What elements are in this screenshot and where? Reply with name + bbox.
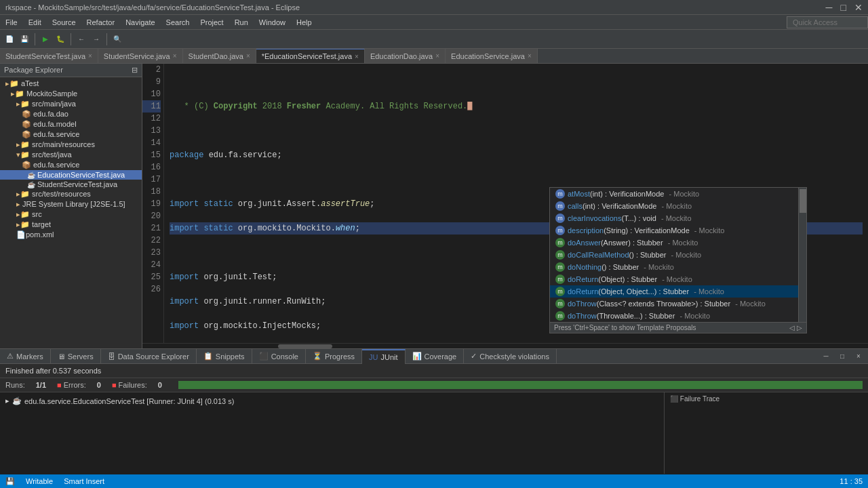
tab-label: StudentService.java <box>104 52 170 60</box>
menu-item-file[interactable]: File <box>0 17 23 28</box>
debug-button[interactable]: 🐛 <box>54 33 67 46</box>
btab-console[interactable]: ⬛ Console <box>252 349 306 364</box>
menu-item-source[interactable]: Source <box>47 17 81 28</box>
editor[interactable]: 2 9 10 11 12 13 14 15 16 17 18 19 20 21 … <box>142 64 868 348</box>
tree-item-src[interactable]: ▸📁src <box>0 209 142 220</box>
ac-item-clearinvocations[interactable]: m clearInvocations(T...) : void - Mockit… <box>550 212 806 224</box>
junit-stats: Runs: 1/1 ■ Errors: 0 ■ Failures: 0 <box>0 378 868 392</box>
ac-label: description(String) : VerificationMode -… <box>568 226 724 235</box>
panel-controls: ─ □ × <box>816 350 868 363</box>
code-container[interactable]: 2 9 10 11 12 13 14 15 16 17 18 19 20 21 … <box>142 64 868 343</box>
ac-item-calls[interactable]: m calls(int) : VerificationMode - Mockit… <box>550 200 806 212</box>
tree-item-src-main-resources[interactable]: ▸📁src/main/resources <box>0 140 142 150</box>
new-button[interactable]: 📄 <box>3 33 16 46</box>
junit-header: Finished after 0.537 seconds <box>0 364 868 378</box>
menu-item-help[interactable]: Help <box>291 17 317 28</box>
btab-checkstyle[interactable]: ✓ Checkstyle violations <box>464 349 557 364</box>
status-right: 11 : 35 <box>840 477 863 485</box>
btab-label: Markers <box>16 352 43 361</box>
close-icon[interactable]: × <box>435 52 439 60</box>
status-file-icon: 💾 <box>5 477 15 486</box>
close-icon[interactable]: × <box>246 52 250 60</box>
menu-item-run[interactable]: Run <box>229 17 254 28</box>
failure-trace-panel: ⬛ Failure Trace <box>665 392 868 474</box>
errors-label: ■ Errors: <box>57 381 86 389</box>
ac-item-doanswer[interactable]: m doAnswer(Answer) : Stubber - Mockito <box>550 237 806 249</box>
tab-student-service[interactable]: StudentService.java × <box>98 49 183 63</box>
content-area: Package Explorer ⊟ ▸📁aTest ▸📁MockitoSamp… <box>0 64 868 348</box>
tree-item-edu-fa-service-test[interactable]: 📦edu.fa.service <box>0 160 142 170</box>
tab-education-service-test[interactable]: *EducationServiceTest.java × <box>256 49 365 63</box>
close-icon[interactable]: × <box>173 52 177 60</box>
tab-student-service-test[interactable]: StudentServiceTest.java × <box>0 49 98 63</box>
ac-item-dothrow-class[interactable]: m doThrow(Class<? extends Throwable>) : … <box>550 298 806 310</box>
tree-item-atest[interactable]: ▸📁aTest <box>0 79 142 89</box>
btab-datasource[interactable]: 🗄 Data Source Explorer <box>101 349 197 364</box>
tab-student-dao[interactable]: StudentDao.java × <box>183 49 256 63</box>
tree-item-mockitosample[interactable]: ▸📁MockitoSample <box>0 89 142 99</box>
minimize-panel-button[interactable]: ─ <box>819 350 833 363</box>
close-icon[interactable]: × <box>528 52 532 60</box>
tab-education-service[interactable]: EducationService.java × <box>446 49 538 63</box>
back-button[interactable]: ← <box>75 33 88 46</box>
ac-item-doreturn-objects[interactable]: m doReturn(Object, Object...) : Stubber … <box>550 285 806 298</box>
menu-item-project[interactable]: Project <box>195 17 229 28</box>
ac-footer: Press 'Ctrl+Space' to show Template Prop… <box>550 322 806 333</box>
ac-item-atmost[interactable]: m atMost(int) : VerificationMode - Mocki… <box>550 188 806 200</box>
editor-tabs: StudentServiceTest.java × StudentService… <box>0 49 868 64</box>
tab-education-dao[interactable]: EducationDao.java × <box>365 49 446 63</box>
autocomplete-dropdown[interactable]: m atMost(int) : VerificationMode - Mocki… <box>549 187 807 333</box>
save-button[interactable]: 💾 <box>18 33 31 46</box>
close-button[interactable]: ✕ <box>854 2 863 13</box>
menu-item-navigate[interactable]: Navigate <box>120 17 160 28</box>
btab-coverage[interactable]: 📊 Coverage <box>406 349 465 364</box>
ac-item-description[interactable]: m description(String) : VerificationMode… <box>550 224 806 237</box>
tree-item-src-main-java[interactable]: ▸📁src/main/java <box>0 99 142 109</box>
close-panel-button[interactable]: × <box>852 350 865 363</box>
tree-item-src-test-resources[interactable]: ▸📁src/test/resources <box>0 189 142 199</box>
tree-item-education-service-test[interactable]: ☕EducationServiceTest.java <box>0 170 142 180</box>
tree-item-edu-fa-dao[interactable]: 📦edu.fa.dao <box>0 109 142 119</box>
maximize-button[interactable]: □ <box>841 2 846 13</box>
ac-item-donothing[interactable]: m doNothing() : Stubber - Mockito <box>550 261 806 273</box>
ac-icon: m <box>555 238 565 247</box>
tree-item-target[interactable]: ▸📁target <box>0 220 142 230</box>
ac-item-doreturn-object[interactable]: m doReturn(Object) : Stubber - Mockito <box>550 273 806 285</box>
forward-button[interactable]: → <box>90 33 103 46</box>
btab-servers[interactable]: 🖥 Servers <box>51 349 101 364</box>
tree-item-edu-fa-service-main[interactable]: 📦edu.fa.service <box>0 129 142 140</box>
failures-value: 0 <box>158 381 162 389</box>
run-button[interactable]: ▶ <box>39 33 52 46</box>
btab-progress[interactable]: ⏳ Progress <box>306 349 362 364</box>
test-item[interactable]: ▸ ☕ edu.fa.service.EducationServiceTest … <box>3 395 661 407</box>
horizontal-scrollbar[interactable] <box>278 344 332 348</box>
ac-label: doThrow(Throwable...) : Stubber - Mockit… <box>568 312 710 320</box>
markers-icon: ⚠ <box>7 352 14 361</box>
ac-item-dothrow-throwable[interactable]: m doThrow(Throwable...) : Stubber - Mock… <box>550 310 806 322</box>
close-icon[interactable]: × <box>355 53 359 60</box>
tree-item-pom-xml[interactable]: 📄pom.xml <box>0 230 142 240</box>
test-item-label: edu.fa.service.EducationServiceTest [Run… <box>24 397 234 405</box>
btab-snippets[interactable]: 📋 Snippets <box>197 349 252 364</box>
btab-junit[interactable]: JU JUnit <box>362 349 406 364</box>
expand-icon: ▸ <box>5 396 9 405</box>
ac-item-docallrealmethod[interactable]: m doCallRealMethod() : Stubber - Mockito <box>550 249 806 261</box>
minimize-button[interactable]: ─ <box>826 2 833 13</box>
menu-item-refactor[interactable]: Refactor <box>81 17 121 28</box>
menu-item-window[interactable]: Window <box>254 17 291 28</box>
tree-item-src-test-java[interactable]: ▾📁src/test/java <box>0 150 142 160</box>
quick-access-input[interactable] <box>787 16 868 28</box>
close-icon[interactable]: × <box>88 52 92 60</box>
progress-fill <box>178 381 863 389</box>
btab-markers[interactable]: ⚠ Markers <box>0 349 51 364</box>
menu-item-search[interactable]: Search <box>161 17 195 28</box>
menu-item-edit[interactable]: Edit <box>23 17 47 28</box>
test-tree[interactable]: ▸ ☕ edu.fa.service.EducationServiceTest … <box>0 392 665 474</box>
tree-item-edu-fa-model[interactable]: 📦edu.fa.model <box>0 119 142 129</box>
tree-item-jre-system-library[interactable]: ▸JRE System Library [J2SE-1.5] <box>0 199 142 209</box>
search-button[interactable]: 🔍 <box>111 33 124 46</box>
status-position: 11 : 35 <box>840 477 863 485</box>
tree-item-student-service-test[interactable]: ☕StudentServiceTest.java <box>0 180 142 189</box>
maximize-panel-button[interactable]: □ <box>835 350 849 363</box>
collapse-icon[interactable]: ⊟ <box>132 66 138 75</box>
